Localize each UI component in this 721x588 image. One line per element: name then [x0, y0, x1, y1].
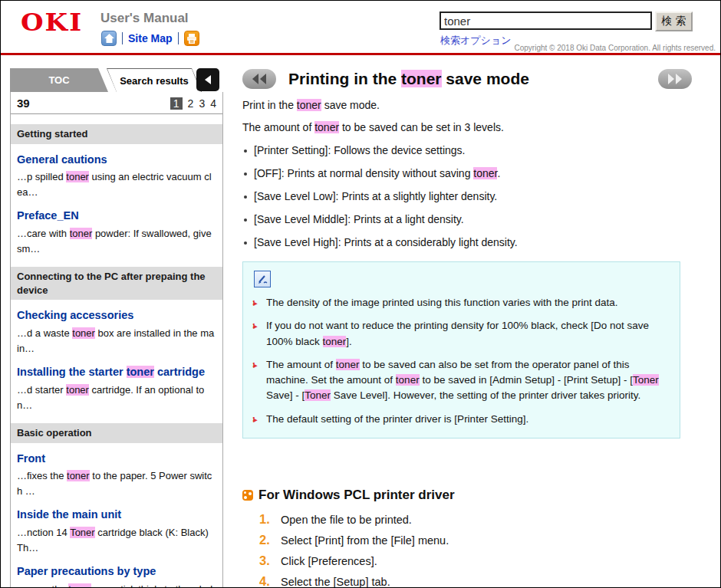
search-button[interactable]: 検 索 [655, 11, 693, 31]
next-page-button[interactable] [658, 69, 692, 89]
manual-title: User's Manual [100, 11, 189, 26]
step-number: 2. [259, 533, 281, 547]
group-header: Connecting to the PC after prepaing the … [11, 267, 222, 300]
divider [122, 32, 123, 44]
note-item: ∶▸ The default setting of the printer dr… [252, 412, 670, 427]
search-result-item: Inside the main unit …nction 14 Toner ca… [11, 508, 222, 556]
list-item: [Save Level High]: Prints at a considera… [242, 236, 692, 248]
page-button-3[interactable]: 3 [199, 97, 205, 110]
page-button-2[interactable]: 2 [188, 97, 194, 110]
list-item: [OFF]: Prints at normal density without … [242, 167, 692, 179]
search-result-item: General cautions …p spilled toner using … [11, 153, 222, 201]
step-text: Select [Print] from the [File] menu. [281, 534, 449, 547]
print-icon[interactable] [184, 31, 199, 46]
header: OKI User's Manual Site Map 検 索 [1, 1, 720, 55]
results-count: 39 [17, 97, 30, 110]
divider [11, 113, 222, 114]
search-area: 検 索 [440, 11, 652, 30]
step-number: 3. [259, 554, 281, 568]
orange-dots-icon [242, 490, 253, 501]
page-button-1[interactable]: 1 [170, 97, 183, 110]
note-text: If you do not want to reduce the printin… [266, 318, 670, 350]
list-item: [Save Level Low]: Prints at a slightly l… [242, 190, 692, 202]
result-snippet: …fixes the toner to the paper. 5 Power s… [17, 468, 216, 499]
result-snippet: …d starter toner cartridge. If an option… [17, 383, 216, 413]
step-text: Select the [Setup] tab. [281, 576, 390, 588]
group-header: Getting started [11, 124, 222, 144]
double-arrow-right-icon [665, 72, 685, 86]
result-link[interactable]: Installing the starter toner cartridge [17, 365, 216, 380]
list-item: [Save Level Middle]: Prints at a light d… [242, 213, 692, 225]
search-options-link[interactable]: 検索オプション [440, 34, 512, 48]
sidebar: TOC Search results 39 1 2 3 4 Getting st… [10, 68, 223, 588]
result-snippet: …nction 14 Toner cartridge black (K: Bla… [17, 525, 216, 556]
section-heading: For Windows PCL printer driver [242, 488, 692, 503]
page-button-4[interactable]: 4 [210, 97, 216, 110]
page: OKI User's Manual Site Map 検 索 [0, 0, 721, 588]
collapse-sidebar-button[interactable] [196, 68, 219, 91]
tab-search-results[interactable]: Search results [107, 69, 201, 92]
divider [178, 32, 179, 44]
note-text: The density of the image printed using t… [266, 295, 618, 310]
note-item: ∶▸ The density of the image printed usin… [252, 295, 670, 310]
note-bullet-icon: ∶▸ [252, 295, 266, 310]
step-number: 4. [259, 574, 281, 588]
steps-list: 1. Open the file to be printed. 2. Selec… [259, 512, 692, 588]
note-text: The default setting of the printer drive… [266, 412, 528, 427]
paragraph: Print in the toner save mode. [242, 99, 692, 111]
step-item: 2. Select [Print] from the [File] menu. [259, 533, 692, 547]
step-text: Open the file to be printed. [281, 514, 412, 526]
paragraph: The amount of toner to be saved can be s… [242, 121, 692, 133]
search-result-item: Paper precautions by type …aper, the ton… [11, 564, 222, 588]
page-title: Printing in the toner save mode [288, 70, 658, 88]
results-bar: 39 1 2 3 4 [11, 92, 222, 113]
sidebar-tabs: TOC Search results [10, 68, 223, 92]
result-link[interactable]: Preface_EN [17, 209, 216, 224]
arrow-left-icon [202, 74, 213, 85]
search-input[interactable] [440, 11, 652, 30]
group-header: Basic operation [11, 423, 222, 443]
step-number: 1. [259, 512, 281, 527]
result-snippet: …aper, the toner may stick thinly to the… [17, 582, 216, 588]
driver-section: For Windows PCL printer driver 1. Open t… [242, 488, 692, 588]
search-result-item: Checking accessories …d a waste toner bo… [11, 308, 222, 356]
note-text: The amount of toner to be saved can also… [266, 357, 670, 404]
pagination: 1 2 3 4 [170, 97, 216, 110]
result-link[interactable]: Front [17, 452, 216, 467]
result-snippet: …care with toner powder: If swallowed, g… [17, 226, 216, 257]
result-link[interactable]: General cautions [17, 153, 216, 168]
list-item: [Printer Setting]: Follows the device se… [242, 144, 692, 156]
search-results-panel: 39 1 2 3 4 Getting started General cauti… [10, 92, 223, 588]
result-link[interactable]: Paper precautions by type [17, 564, 216, 580]
copyright-text: Copyright © 2018 Oki Data Corporation. A… [515, 44, 716, 52]
header-links: Site Map [101, 31, 199, 46]
step-text: Click [Preferences]. [281, 555, 377, 567]
note-item: ∶▸ The amount of toner to be saved can a… [252, 357, 670, 404]
home-icon[interactable] [101, 31, 117, 46]
note-item: ∶▸ If you do not want to reduce the prin… [252, 318, 670, 350]
oki-logo: OKI [21, 8, 83, 37]
note-bullet-icon: ∶▸ [252, 318, 266, 350]
main-content: Printing in the toner save mode Print in… [242, 69, 692, 588]
section-title: For Windows PCL printer driver [258, 488, 455, 503]
prev-page-button[interactable] [242, 69, 276, 89]
note-box: ∶▸ The density of the image printed usin… [242, 261, 680, 439]
step-item: 4. Select the [Setup] tab. [259, 574, 692, 588]
note-bullet-icon: ∶▸ [252, 357, 266, 404]
search-result-item: Installing the starter toner cartridge …… [11, 365, 222, 413]
step-item: 3. Click [Preferences]. [259, 554, 692, 568]
level-list: [Printer Setting]: Follows the device se… [242, 144, 692, 248]
result-link[interactable]: Inside the main unit [17, 508, 216, 523]
note-bullet-icon: ∶▸ [252, 412, 266, 427]
step-item: 1. Open the file to be printed. [259, 512, 692, 527]
result-snippet: …p spilled toner using an electric vacuu… [17, 169, 216, 200]
tab-toc[interactable]: TOC [10, 68, 108, 92]
title-row: Printing in the toner save mode [242, 69, 692, 89]
result-link[interactable]: Checking accessories [17, 308, 216, 324]
sitemap-link[interactable]: Site Map [128, 32, 173, 44]
result-snippet: …d a waste toner box are installed in th… [17, 326, 216, 356]
note-pen-icon [254, 271, 271, 287]
double-arrow-left-icon [249, 72, 269, 86]
search-result-item: Front …fixes the toner to the paper. 5 P… [11, 452, 222, 500]
search-result-item: Preface_EN …care with toner powder: If s… [11, 209, 222, 257]
